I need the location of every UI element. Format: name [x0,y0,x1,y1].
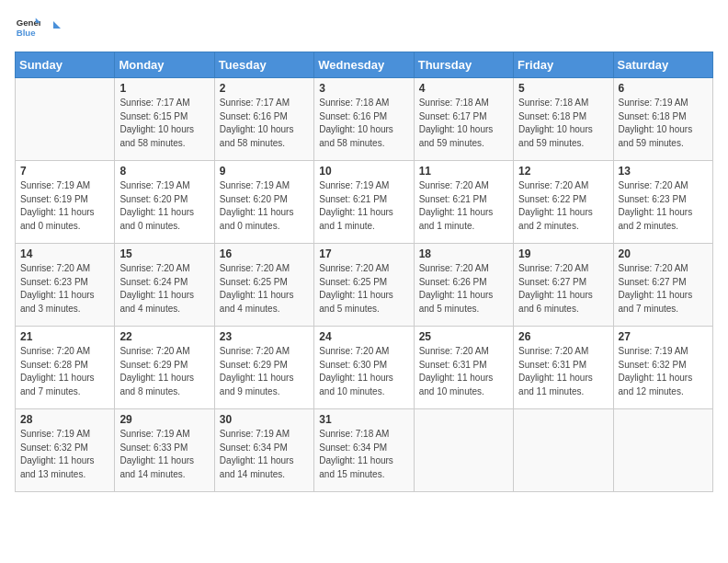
day-number: 5 [518,82,608,95]
calendar-cell: 18Sunrise: 7:20 AMSunset: 6:26 PMDayligh… [414,244,513,327]
header-day-saturday: Saturday [613,52,712,78]
calendar-cell: 21Sunrise: 7:20 AMSunset: 6:28 PMDayligh… [16,327,115,409]
calendar-cell: 8Sunrise: 7:19 AMSunset: 6:20 PMDaylight… [115,161,214,244]
calendar-cell: 2Sunrise: 7:17 AMSunset: 6:16 PMDaylight… [214,78,313,161]
day-number: 12 [518,165,608,178]
svg-marker-3 [53,21,61,29]
week-row-5: 28Sunrise: 7:19 AMSunset: 6:32 PMDayligh… [16,409,713,492]
calendar-cell: 4Sunrise: 7:18 AMSunset: 6:17 PMDaylight… [414,78,513,161]
day-info: Sunrise: 7:18 AMSunset: 6:34 PMDaylight:… [319,428,408,481]
day-number: 28 [20,413,109,426]
day-number: 31 [319,413,408,426]
week-row-3: 14Sunrise: 7:20 AMSunset: 6:23 PMDayligh… [16,244,713,327]
day-info: Sunrise: 7:19 AMSunset: 6:32 PMDaylight:… [619,345,708,398]
day-number: 26 [518,330,608,343]
day-info: Sunrise: 7:20 AMSunset: 6:29 PMDaylight:… [119,345,209,398]
day-info: Sunrise: 7:19 AMSunset: 6:32 PMDaylight:… [20,428,109,481]
header-day-friday: Friday [514,52,613,78]
day-number: 25 [419,330,508,343]
header: General Blue [15,15,713,40]
day-number: 8 [119,165,209,178]
day-number: 4 [419,82,508,95]
calendar-cell [613,409,712,492]
day-info: Sunrise: 7:19 AMSunset: 6:20 PMDaylight:… [119,179,209,233]
calendar-cell: 31Sunrise: 7:18 AMSunset: 6:34 PMDayligh… [314,409,414,492]
day-number: 29 [119,413,209,426]
day-info: Sunrise: 7:20 AMSunset: 6:24 PMDaylight:… [119,262,209,316]
svg-text:Blue: Blue [17,28,36,38]
day-number: 23 [220,330,309,343]
day-number: 14 [20,247,109,260]
day-info: Sunrise: 7:20 AMSunset: 6:21 PMDaylight:… [419,179,508,233]
calendar-cell: 13Sunrise: 7:20 AMSunset: 6:23 PMDayligh… [613,161,712,244]
day-number: 21 [20,330,109,343]
week-row-4: 21Sunrise: 7:20 AMSunset: 6:28 PMDayligh… [16,327,713,409]
calendar-cell: 9Sunrise: 7:19 AMSunset: 6:20 PMDaylight… [214,161,313,244]
day-info: Sunrise: 7:20 AMSunset: 6:30 PMDaylight:… [319,345,408,398]
day-info: Sunrise: 7:20 AMSunset: 6:27 PMDaylight:… [518,262,608,316]
calendar-cell [414,409,513,492]
calendar-cell: 14Sunrise: 7:20 AMSunset: 6:23 PMDayligh… [16,244,115,327]
calendar-cell: 20Sunrise: 7:20 AMSunset: 6:27 PMDayligh… [613,244,712,327]
day-number: 16 [220,247,309,260]
day-info: Sunrise: 7:19 AMSunset: 6:20 PMDaylight:… [220,179,309,233]
header-day-sunday: Sunday [16,52,115,78]
header-day-monday: Monday [115,52,214,78]
day-info: Sunrise: 7:19 AMSunset: 6:18 PMDaylight:… [619,97,708,150]
calendar-cell: 6Sunrise: 7:19 AMSunset: 6:18 PMDaylight… [613,78,712,161]
calendar-cell: 26Sunrise: 7:20 AMSunset: 6:31 PMDayligh… [514,327,613,409]
day-number: 17 [319,247,408,260]
calendar-cell: 10Sunrise: 7:19 AMSunset: 6:21 PMDayligh… [314,161,414,244]
day-number: 18 [419,247,508,260]
day-info: Sunrise: 7:20 AMSunset: 6:25 PMDaylight:… [319,262,408,316]
day-info: Sunrise: 7:18 AMSunset: 6:18 PMDaylight:… [518,97,608,150]
day-info: Sunrise: 7:20 AMSunset: 6:23 PMDaylight:… [20,262,109,316]
calendar-cell: 19Sunrise: 7:20 AMSunset: 6:27 PMDayligh… [514,244,613,327]
day-number: 30 [220,413,309,426]
day-number: 13 [619,165,708,178]
calendar-cell: 17Sunrise: 7:20 AMSunset: 6:25 PMDayligh… [314,244,414,327]
day-number: 11 [419,165,508,178]
day-info: Sunrise: 7:18 AMSunset: 6:16 PMDaylight:… [319,97,408,150]
calendar-cell: 11Sunrise: 7:20 AMSunset: 6:21 PMDayligh… [414,161,513,244]
calendar-cell: 15Sunrise: 7:20 AMSunset: 6:24 PMDayligh… [115,244,214,327]
day-number: 6 [619,82,708,95]
day-info: Sunrise: 7:20 AMSunset: 6:23 PMDaylight:… [619,179,708,233]
header-day-thursday: Thursday [414,52,513,78]
day-info: Sunrise: 7:20 AMSunset: 6:22 PMDaylight:… [518,179,608,233]
day-info: Sunrise: 7:19 AMSunset: 6:19 PMDaylight:… [20,179,109,233]
day-info: Sunrise: 7:20 AMSunset: 6:31 PMDaylight:… [419,345,508,398]
day-info: Sunrise: 7:17 AMSunset: 6:16 PMDaylight:… [220,97,309,150]
day-number: 20 [619,247,708,260]
calendar-cell: 3Sunrise: 7:18 AMSunset: 6:16 PMDaylight… [314,78,414,161]
calendar-cell: 23Sunrise: 7:20 AMSunset: 6:29 PMDayligh… [214,327,313,409]
week-row-2: 7Sunrise: 7:19 AMSunset: 6:19 PMDaylight… [16,161,713,244]
calendar-cell: 1Sunrise: 7:17 AMSunset: 6:15 PMDaylight… [115,78,214,161]
calendar-cell [514,409,613,492]
calendar-cell: 12Sunrise: 7:20 AMSunset: 6:22 PMDayligh… [514,161,613,244]
calendar-table: SundayMondayTuesdayWednesdayThursdayFrid… [15,52,713,492]
calendar-cell: 16Sunrise: 7:20 AMSunset: 6:25 PMDayligh… [214,244,313,327]
calendar-cell [16,78,115,161]
day-info: Sunrise: 7:19 AMSunset: 6:33 PMDaylight:… [119,428,209,481]
day-number: 1 [119,82,209,95]
day-number: 27 [619,330,708,343]
day-info: Sunrise: 7:20 AMSunset: 6:26 PMDaylight:… [419,262,508,316]
day-info: Sunrise: 7:20 AMSunset: 6:28 PMDaylight:… [20,345,109,398]
day-info: Sunrise: 7:20 AMSunset: 6:29 PMDaylight:… [220,345,309,398]
header-day-tuesday: Tuesday [214,52,313,78]
day-info: Sunrise: 7:20 AMSunset: 6:25 PMDaylight:… [220,262,309,316]
day-number: 24 [319,330,408,343]
day-info: Sunrise: 7:17 AMSunset: 6:15 PMDaylight:… [119,97,209,150]
logo: General Blue [15,15,63,40]
day-info: Sunrise: 7:18 AMSunset: 6:17 PMDaylight:… [419,97,508,150]
day-info: Sunrise: 7:20 AMSunset: 6:27 PMDaylight:… [619,262,708,316]
calendar-cell: 5Sunrise: 7:18 AMSunset: 6:18 PMDaylight… [514,78,613,161]
day-number: 10 [319,165,408,178]
week-row-1: 1Sunrise: 7:17 AMSunset: 6:15 PMDaylight… [16,78,713,161]
calendar-cell: 24Sunrise: 7:20 AMSunset: 6:30 PMDayligh… [314,327,414,409]
calendar-cell: 28Sunrise: 7:19 AMSunset: 6:32 PMDayligh… [16,409,115,492]
calendar-cell: 30Sunrise: 7:19 AMSunset: 6:34 PMDayligh… [214,409,313,492]
calendar-cell: 7Sunrise: 7:19 AMSunset: 6:19 PMDaylight… [16,161,115,244]
day-number: 7 [20,165,109,178]
